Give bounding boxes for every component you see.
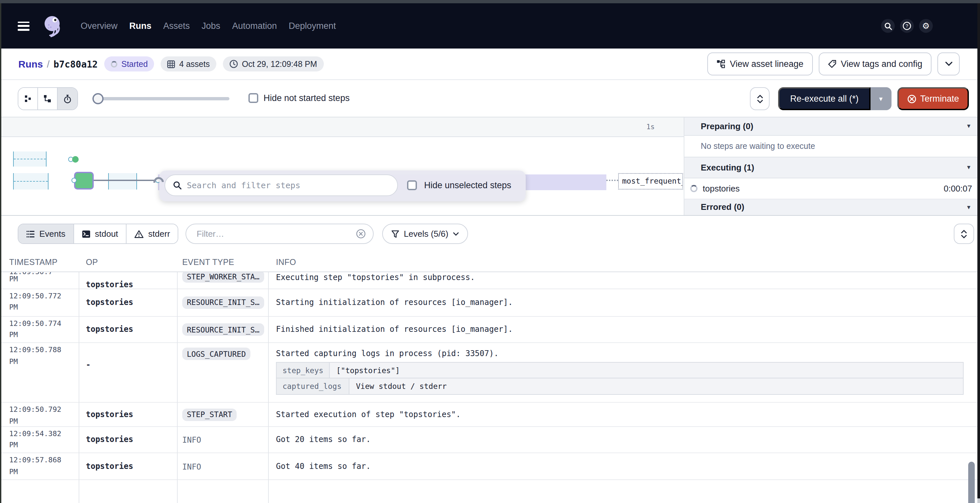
chevron-down-icon: ▼ — [966, 164, 972, 171]
levels-filter-button[interactable]: Levels (5/6) — [382, 224, 468, 244]
step-search-field[interactable] — [164, 174, 398, 196]
metadata-row: captured_logs View stdout / stderr — [277, 379, 963, 394]
run-id: b7c80a12 — [53, 59, 98, 69]
gantt-dotted-connector — [606, 179, 618, 181]
view-mode-waterfall-button[interactable] — [38, 88, 58, 110]
gantt-step-selected[interactable] — [74, 172, 94, 189]
metadata-key: step_keys — [277, 363, 330, 378]
table-row[interactable]: 12:09:50.774PM topstories RESOURCE_INIT_… — [0, 317, 980, 343]
chevron-up-icon — [757, 94, 763, 98]
run-more-actions-button[interactable] — [937, 53, 960, 75]
gear-icon: ⚙ — [922, 22, 929, 30]
view-mode-flat-button[interactable] — [18, 88, 38, 110]
panel-section-executing[interactable]: Executing (1) ▼ — [684, 157, 980, 178]
gantt-expand-collapse-button[interactable] — [750, 87, 770, 110]
run-header-row: Runs / b7c80a12 Started 4 assets Oct 29,… — [0, 49, 980, 80]
nav-item-deployment[interactable]: Deployment — [289, 21, 336, 31]
events-rows-viewport[interactable]: 12:09:50.7 PM topstories STEP_WORKER_STA… — [0, 272, 980, 503]
executing-step-row[interactable]: topstories 0:00:07 — [684, 178, 980, 199]
clear-filter-icon[interactable] — [356, 229, 366, 239]
dagster-run-page: Overview Runs Assets Jobs Automation Dep… — [0, 0, 980, 503]
view-mode-timed-button[interactable] — [58, 88, 77, 110]
step-search-input[interactable] — [187, 180, 390, 190]
table-row[interactable]: 12:09:50.788PM - LOGS_CAPTURED Started c… — [0, 343, 980, 403]
warning-icon — [134, 230, 143, 238]
column-divider — [268, 253, 269, 503]
help-icon: ? — [903, 22, 911, 30]
hide-unselected-checkbox[interactable] — [407, 180, 417, 190]
spinner-icon — [111, 60, 117, 67]
nav-item-jobs[interactable]: Jobs — [202, 21, 220, 31]
column-divider — [79, 253, 79, 503]
search-button[interactable] — [881, 19, 895, 33]
clock-icon — [229, 60, 238, 68]
search-icon — [173, 181, 181, 189]
metadata-key: captured_logs — [277, 379, 349, 394]
panel-section-preparing[interactable]: Preparing (0) ▼ — [684, 118, 980, 135]
log-filter-field[interactable] — [186, 224, 374, 244]
chevron-down-icon — [757, 99, 763, 103]
reexecute-options-button[interactable]: ▼ — [870, 87, 891, 110]
events-table-header: TIMESTAMP OP EVENT TYPE INFO — [0, 253, 980, 272]
dagster-logo-icon[interactable] — [43, 14, 65, 38]
gantt-search-overlay: Hide unselected steps — [159, 170, 526, 201]
table-row[interactable]: 12:09:50.772PM topstories RESOURCE_INIT_… — [0, 289, 980, 317]
lineage-icon — [717, 60, 725, 68]
table-row[interactable]: 12:09:57.868PM topstories INFO Got 40 it… — [0, 453, 980, 480]
table-row[interactable]: 12:09:50.7 PM topstories STEP_WORKER_STA… — [0, 272, 980, 289]
assets-count-badge[interactable]: 4 assets — [161, 56, 216, 72]
top-nav: Overview Runs Assets Jobs Automation Dep… — [0, 3, 980, 49]
nav-item-runs[interactable]: Runs — [129, 21, 152, 31]
cancel-circle-icon — [907, 94, 916, 103]
table-row[interactable]: 12:09:54.382PM topstories INFO Got 20 it… — [0, 427, 980, 453]
breadcrumb-runs-link[interactable]: Runs — [18, 58, 43, 70]
page-scrollbar[interactable] — [977, 3, 980, 498]
metadata-row: step_keys ["topstories"] — [277, 363, 963, 379]
gantt-step-not-started-2[interactable] — [13, 173, 49, 189]
gantt-connector-dot-left — [72, 178, 77, 183]
captured-logs-link[interactable]: View stdout / stderr — [349, 379, 963, 394]
stopwatch-icon — [63, 94, 72, 103]
panel-section-errored[interactable]: Errored (0) ▼ — [684, 199, 980, 215]
gantt-step-succeeded-dot[interactable] — [72, 156, 79, 162]
col-header-info: INFO — [268, 258, 980, 267]
hide-not-started-checkbox[interactable] — [248, 93, 258, 103]
run-status-badge[interactable]: Started — [104, 56, 154, 72]
terminate-button[interactable]: Terminate — [897, 87, 969, 110]
hide-unselected-label: Hide unselected steps — [424, 180, 511, 190]
log-view-tabs: Events stdout stderr — [18, 224, 179, 244]
nav-item-automation[interactable]: Automation — [232, 21, 277, 31]
terminal-icon — [82, 230, 91, 238]
reexecute-all-button[interactable]: Re-execute all (*) — [778, 87, 870, 110]
log-filter-input[interactable] — [197, 229, 356, 239]
view-tags-config-button[interactable]: View tags and config — [818, 53, 931, 75]
view-asset-lineage-button[interactable]: View asset lineage — [708, 53, 813, 75]
waterfall-view-icon — [43, 94, 52, 103]
nav-item-overview[interactable]: Overview — [81, 21, 118, 31]
tab-events[interactable]: Events — [18, 224, 74, 243]
help-button[interactable]: ? — [900, 19, 914, 33]
gantt-zoom-slider[interactable] — [94, 97, 229, 100]
preparing-empty-state: No steps are waiting to execute — [684, 135, 980, 157]
table-row[interactable]: 12:09:50.792PM topstories STEP_START Sta… — [0, 403, 980, 427]
hamburger-menu-icon[interactable] — [18, 21, 30, 30]
tab-stderr[interactable]: stderr — [127, 224, 178, 243]
col-header-event-type: EVENT TYPE — [177, 258, 268, 267]
gantt-step-pending[interactable] — [108, 173, 137, 189]
column-divider — [177, 253, 178, 503]
gantt-time-axis: 1s — [0, 118, 684, 137]
chevron-down-icon: ▼ — [966, 123, 972, 129]
executing-elapsed-time: 0:00:07 — [943, 184, 972, 193]
events-toolbar: Events stdout stderr Levels (5/6) — [0, 216, 980, 253]
tab-stdout[interactable]: stdout — [74, 224, 127, 243]
nav-item-assets[interactable]: Assets — [163, 21, 190, 31]
events-scrollbar-thumb[interactable] — [968, 462, 975, 503]
gantt-step-not-started-1[interactable] — [13, 151, 46, 167]
col-header-op: OP — [79, 258, 177, 267]
gantt-zoom-slider-thumb[interactable] — [92, 93, 103, 104]
settings-button[interactable]: ⚙ — [919, 19, 933, 33]
hide-not-started-label: Hide not started steps — [264, 93, 350, 103]
time-tick-1s: 1s — [646, 123, 654, 131]
gantt-step-most-frequent[interactable]: most_frequent_ — [618, 173, 683, 189]
log-expand-collapse-button[interactable] — [954, 224, 974, 244]
